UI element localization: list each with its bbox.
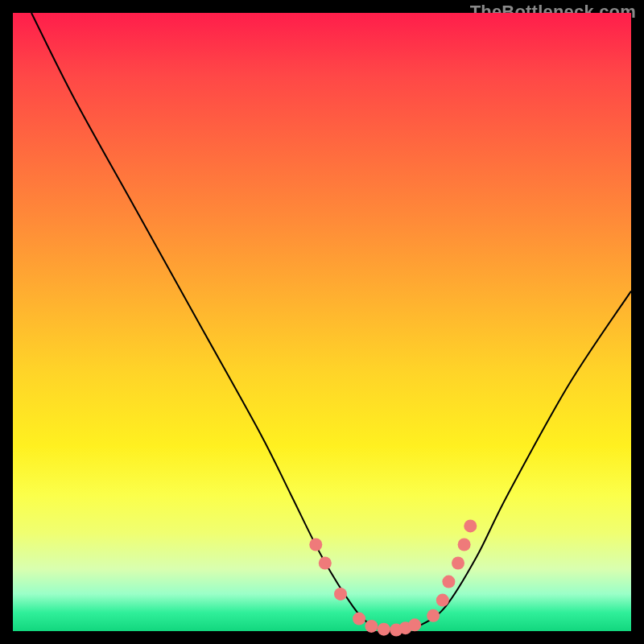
bottleneck-curve [31, 13, 631, 631]
highlight-point [436, 594, 449, 607]
highlight-point [378, 623, 390, 636]
highlight-point [452, 557, 464, 570]
chart-canvas: TheBottleneck.com [0, 0, 644, 644]
chart-svg [13, 13, 631, 631]
highlight-point [427, 609, 440, 622]
highlight-point [408, 618, 421, 631]
highlight-point [464, 519, 477, 532]
highlight-point [442, 576, 455, 588]
highlight-point [334, 588, 347, 601]
plot-area [13, 13, 631, 631]
highlight-point [458, 539, 471, 551]
highlight-point [353, 613, 365, 625]
highlight-point [309, 539, 322, 551]
highlight-point [319, 557, 332, 570]
highlight-point [365, 620, 378, 633]
